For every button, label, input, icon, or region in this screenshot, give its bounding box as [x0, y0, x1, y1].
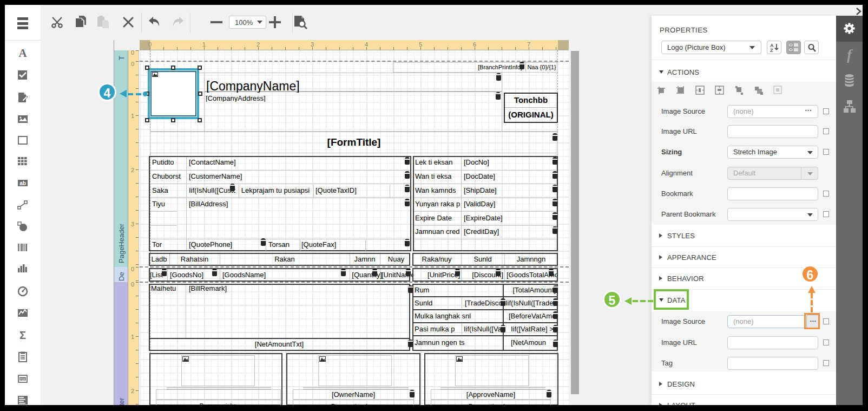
svg-text:PDF: PDF [20, 377, 27, 381]
svg-text:Σ: Σ [19, 330, 26, 341]
svg-text:ab: ab [19, 180, 26, 186]
svg-text:A: A [18, 48, 27, 59]
svg-text:Z: Z [770, 48, 773, 53]
